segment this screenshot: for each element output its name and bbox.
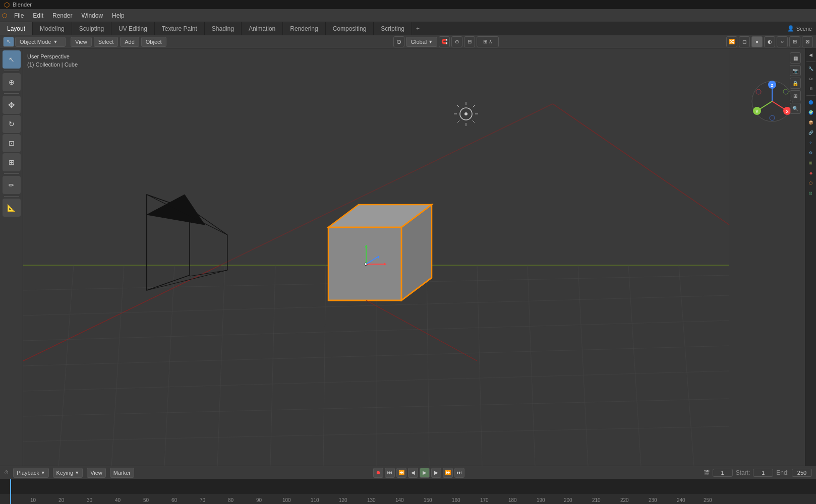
keying-menu[interactable]: Keying ▼: [53, 468, 83, 478]
playback-label: Playback: [17, 470, 39, 476]
menu-file[interactable]: File: [10, 11, 28, 20]
menu-window[interactable]: Window: [77, 11, 107, 20]
add-workspace-button[interactable]: +: [412, 22, 424, 35]
add-menu[interactable]: Add: [120, 37, 139, 47]
material-prop-btn[interactable]: ⬡: [806, 178, 815, 187]
move-tool[interactable]: ✥: [3, 96, 21, 114]
visibility-btn[interactable]: ⊞ ∧: [477, 36, 499, 47]
select-box-tool[interactable]: ↖: [3, 50, 21, 69]
tab-compositing[interactable]: Compositing: [326, 22, 374, 35]
start-frame-input[interactable]: [753, 469, 773, 477]
next-keyframe-btn[interactable]: ⏩: [443, 468, 453, 478]
prev-keyframe-btn[interactable]: ⏪: [396, 468, 406, 478]
transform-tool[interactable]: ⊞: [3, 153, 21, 171]
toggle-properties-btn[interactable]: ◀: [806, 50, 815, 59]
frame-70: 70: [200, 497, 205, 503]
viewport-overlay-buttons: ▦ 📷 🔒 ⊞ 🔍: [790, 52, 801, 114]
right-properties-panel: ◀ 🔧 🗂 🖥 🔵 🌍 📦 🔗 ✧ ⚙ ⊞ ◆ ⬡ ⊡: [805, 48, 816, 466]
pivot-point-btn[interactable]: ⊙: [393, 36, 404, 47]
cursor-tool[interactable]: ⊕: [3, 73, 21, 91]
grid-view-btn[interactable]: ▦: [790, 52, 801, 64]
select-icon: ↖: [7, 38, 11, 45]
camera-view-btn[interactable]: 📷: [790, 65, 801, 76]
move-icon: ✥: [8, 100, 15, 110]
start-frame-label: Start:: [736, 469, 750, 476]
tools-prop-btn[interactable]: 🔧: [806, 64, 815, 73]
lock-to-camera-btn[interactable]: 🔒: [790, 78, 801, 89]
object-menu[interactable]: Object: [141, 37, 166, 47]
viewport-3d[interactable]: User Perspective (1) Collection | Cube Z…: [23, 48, 805, 466]
active-tool-prop-btn[interactable]: 🗂: [806, 74, 815, 83]
zoom-fit-btn[interactable]: 🔍: [790, 103, 801, 114]
timeline-track[interactable]: 10 20 30 40 50 60 70 80 90 100 110 120 1…: [0, 479, 816, 504]
tab-animation[interactable]: Animation: [242, 22, 283, 35]
frame-30: 30: [87, 497, 92, 503]
step-forward-btn[interactable]: ▶: [431, 468, 441, 478]
tab-shading[interactable]: Shading: [205, 22, 242, 35]
frame-180: 180: [508, 497, 517, 503]
modifiers-prop-btn[interactable]: 🔗: [806, 128, 815, 137]
step-back-btn[interactable]: ◀: [408, 468, 418, 478]
timeline-view-menu[interactable]: View: [87, 468, 106, 478]
annotate-tool[interactable]: ✏: [3, 176, 21, 194]
cursor-icon: ⊕: [9, 78, 15, 86]
measure-tool[interactable]: 📐: [3, 199, 21, 217]
viewport-icon-btn[interactable]: ↖: [3, 37, 14, 47]
view-prop-btn[interactable]: 🖥: [806, 84, 815, 93]
mirror-btn[interactable]: ⊟: [464, 36, 475, 47]
scale-icon: ⊡: [9, 139, 15, 147]
menu-edit[interactable]: Edit: [29, 11, 47, 20]
frame-120: 120: [339, 497, 347, 503]
tab-layout[interactable]: Layout: [0, 22, 33, 35]
frame-190: 190: [537, 497, 545, 503]
snap-btn[interactable]: 🧲: [439, 36, 450, 47]
xray-btn[interactable]: ⊠: [802, 36, 813, 47]
proportional-edit-btn[interactable]: ⊙: [451, 36, 462, 47]
frame-230: 230: [649, 497, 657, 503]
jump-end-btn[interactable]: ⏭: [454, 468, 464, 478]
tab-sculpting[interactable]: Sculpting: [72, 22, 111, 35]
data-prop-btn[interactable]: ◆: [806, 168, 815, 177]
object-data-prop-btn[interactable]: ⊡: [806, 188, 815, 198]
object-prop-btn[interactable]: 📦: [806, 118, 815, 127]
world-prop-btn[interactable]: 🌍: [806, 108, 815, 117]
view-menu[interactable]: View: [71, 37, 92, 47]
rotate-tool[interactable]: ↻: [3, 115, 21, 133]
blender-logo-icon: ⬡: [4, 1, 10, 9]
menu-render[interactable]: Render: [48, 11, 76, 20]
tab-texture-paint[interactable]: Texture Paint: [155, 22, 205, 35]
current-frame-input[interactable]: [713, 469, 733, 477]
end-frame-input[interactable]: [792, 469, 812, 477]
tab-scripting[interactable]: Scripting: [374, 22, 412, 35]
mode-selector[interactable]: Object Mode ▼: [15, 37, 66, 47]
record-btn[interactable]: ⏺: [373, 468, 383, 478]
frame-200: 200: [564, 497, 572, 503]
physics-prop-btn[interactable]: ⚙: [806, 148, 815, 157]
particles-prop-btn[interactable]: ✧: [806, 138, 815, 147]
user-account-icon[interactable]: 👤: [787, 25, 794, 32]
playhead[interactable]: [10, 479, 11, 504]
overlay-btn[interactable]: ⊞: [789, 36, 800, 47]
tab-rendering[interactable]: Rendering: [283, 22, 325, 35]
menu-help[interactable]: Help: [108, 11, 129, 20]
scale-tool[interactable]: ⊡: [3, 134, 21, 152]
select-menu[interactable]: Select: [94, 37, 119, 47]
timeline-view-label: View: [90, 470, 102, 476]
tab-uv-editing[interactable]: UV Editing: [111, 22, 155, 35]
viewport-shading-wire[interactable]: ◻: [739, 36, 750, 47]
constraints-prop-btn[interactable]: ⊞: [806, 158, 815, 167]
jump-start-btn[interactable]: ⏮: [385, 468, 395, 478]
viewport-shading-solid[interactable]: ●: [751, 36, 763, 47]
render-region-btn[interactable]: ⊞: [790, 90, 801, 101]
marker-menu[interactable]: Marker: [110, 468, 134, 478]
global-transform[interactable]: Global ▼: [406, 37, 437, 47]
frame-40: 40: [115, 497, 121, 503]
tab-modeling[interactable]: Modeling: [33, 22, 72, 35]
editor-type-btn[interactable]: 🔀: [726, 36, 737, 47]
play-btn[interactable]: ▶: [420, 468, 430, 478]
viewport-shading-render[interactable]: ○: [777, 36, 788, 47]
playback-menu[interactable]: Playback ▼: [13, 468, 49, 478]
scene-prop-btn[interactable]: 🔵: [806, 98, 815, 107]
orientation-gizmo[interactable]: Z X Y: [749, 79, 795, 124]
viewport-shading-material[interactable]: ◐: [764, 36, 775, 47]
